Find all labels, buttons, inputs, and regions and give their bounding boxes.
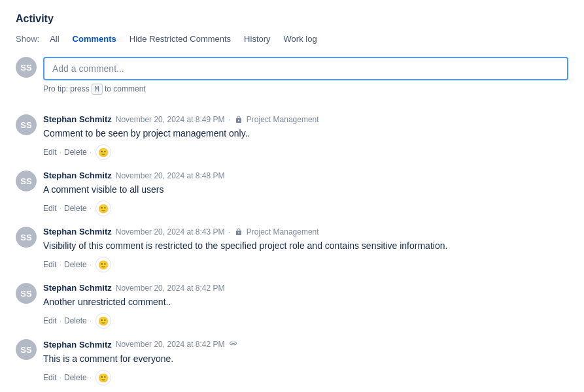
pro-tip: Pro tip: press M to comment — [43, 84, 568, 93]
comment-timestamp: November 20, 2024 at 8:42 PM — [116, 284, 225, 293]
comment-timestamp: November 20, 2024 at 8:42 PM — [116, 340, 225, 349]
action-separator: · — [88, 316, 93, 325]
current-user-avatar: SS — [16, 57, 37, 78]
comment-item: SSStephan SchmitzNovember 20, 2024 at 8:… — [16, 106, 568, 163]
restriction-separator: · — [229, 115, 231, 124]
activity-title: Activity — [16, 13, 568, 25]
comment-text: Another unrestricted comment.. — [43, 295, 568, 309]
filter-history[interactable]: History — [239, 31, 275, 46]
comment-item: SSStephan SchmitzNovember 20, 2024 at 8:… — [16, 163, 568, 219]
filter-bar: Show: All Comments Hide Restricted Comme… — [16, 31, 568, 46]
emoji-reaction-button[interactable]: 🙂 — [95, 257, 111, 272]
action-separator: · — [58, 204, 63, 213]
comment-delete-button[interactable]: Delete — [64, 146, 87, 158]
action-separator: · — [58, 316, 63, 325]
comment-delete-button[interactable]: Delete — [64, 372, 87, 384]
filter-worklog[interactable]: Work log — [279, 31, 322, 46]
comment-edit-button[interactable]: Edit — [43, 315, 57, 327]
emoji-reaction-button[interactable]: 🙂 — [95, 144, 111, 160]
emoji-reaction-button[interactable]: 🙂 — [95, 313, 111, 329]
comment-input-row: SS — [16, 57, 568, 80]
comment-avatar: SS — [16, 339, 37, 360]
comment-delete-button[interactable]: Delete — [64, 315, 87, 327]
restriction-label: Project Management — [247, 227, 319, 237]
comment-author: Stephan Schmitz — [43, 340, 112, 350]
action-separator: · — [58, 260, 63, 269]
comment-input[interactable] — [43, 57, 568, 80]
filter-comments[interactable]: Comments — [67, 31, 122, 46]
restriction-label: Project Management — [247, 115, 319, 124]
comment-timestamp: November 20, 2024 at 8:49 PM — [116, 115, 225, 124]
emoji-reaction-button[interactable]: 🙂 — [95, 201, 111, 216]
comment-avatar: SS — [16, 283, 37, 304]
action-separator: · — [88, 204, 93, 213]
comment-author: Stephan Schmitz — [43, 283, 112, 293]
comment-edit-button[interactable]: Edit — [43, 259, 57, 270]
action-separator: · — [58, 148, 63, 157]
comment-text: This is a comment for everyone. — [43, 352, 568, 366]
comment-item: SSStephan SchmitzNovember 20, 2024 at 8:… — [16, 275, 568, 331]
pro-tip-key: M — [92, 84, 103, 95]
comment-text: A comment visible to all users — [43, 183, 568, 197]
comment-avatar: SS — [16, 114, 37, 135]
comment-edit-button[interactable]: Edit — [43, 146, 57, 158]
comment-delete-button[interactable]: Delete — [64, 203, 87, 214]
emoji-reaction-button[interactable]: 🙂 — [95, 370, 111, 385]
comments-list: SSStephan SchmitzNovember 20, 2024 at 8:… — [16, 106, 568, 388]
comment-delete-button[interactable]: Delete — [64, 259, 87, 270]
filter-hide-restricted[interactable]: Hide Restricted Comments — [124, 31, 236, 46]
restriction-separator: · — [229, 227, 231, 237]
link-icon — [229, 339, 237, 350]
comment-avatar: SS — [16, 227, 37, 248]
comment-item: SSStephan SchmitzNovember 20, 2024 at 8:… — [16, 219, 568, 275]
comment-timestamp: November 20, 2024 at 8:43 PM — [116, 227, 225, 237]
lock-icon — [235, 116, 243, 123]
action-separator: · — [88, 373, 93, 382]
comment-timestamp: November 20, 2024 at 8:48 PM — [116, 171, 225, 180]
show-label: Show: — [16, 34, 39, 44]
comment-author: Stephan Schmitz — [43, 227, 112, 237]
comment-item: SSStephan SchmitzNovember 20, 2024 at 8:… — [16, 331, 568, 388]
comment-edit-button[interactable]: Edit — [43, 372, 57, 384]
comment-avatar: SS — [16, 171, 37, 191]
comment-edit-button[interactable]: Edit — [43, 203, 57, 214]
filter-all[interactable]: All — [44, 31, 64, 46]
action-separator: · — [58, 373, 63, 382]
action-separator: · — [88, 148, 93, 157]
comment-text: Comment to be seen by project management… — [43, 127, 568, 140]
lock-icon — [235, 228, 243, 236]
comment-author: Stephan Schmitz — [43, 114, 112, 124]
comment-text: Visibility of this comment is restricted… — [43, 239, 568, 253]
action-separator: · — [88, 260, 93, 269]
comment-author: Stephan Schmitz — [43, 171, 112, 180]
